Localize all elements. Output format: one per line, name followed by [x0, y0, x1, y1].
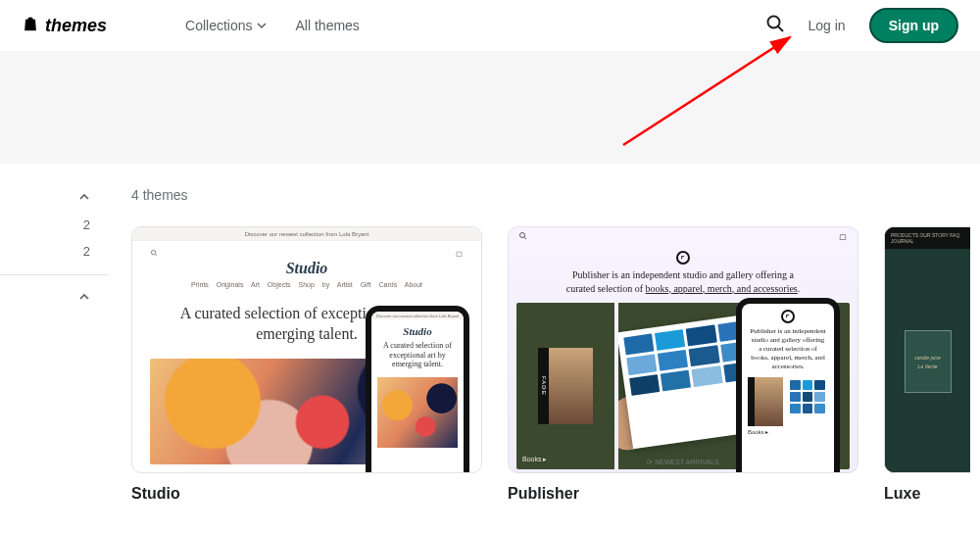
signup-button[interactable]: Sign up: [869, 8, 958, 43]
publisher-phone-hero: Publisher is an independent studio and g…: [742, 323, 834, 375]
luxe-book-image: candle juice La Verde: [905, 330, 952, 393]
nav-collections-label: Collections: [185, 18, 252, 33]
svg-line-3: [155, 254, 157, 256]
theme-preview-studio: Discover our newest collection from Lola…: [131, 226, 482, 473]
nav-all-themes[interactable]: All themes: [296, 18, 360, 33]
filter-row-expand-top[interactable]: [0, 185, 108, 212]
search-icon: [765, 14, 785, 37]
publisher-phone-label: Books ▸: [742, 426, 834, 437]
login-link[interactable]: Log in: [808, 18, 846, 33]
theme-title-luxe: Luxe: [884, 485, 970, 503]
studio-menu: Prints Originals Art Objects Shop by Art…: [150, 281, 464, 288]
studio-phone-overlay: Discover our newest collection from Lola…: [366, 306, 469, 472]
bag-icon: [838, 231, 848, 243]
nav-collections[interactable]: Collections: [185, 18, 266, 33]
studio-phone-announce: Discover our newest collection from Lola…: [371, 312, 464, 319]
publisher-hero-text: Publisher is an independent studio and g…: [509, 265, 858, 299]
filter-row-2[interactable]: 2: [0, 238, 108, 265]
results-main: 4 themes Discover our newest collection …: [108, 164, 980, 503]
publisher-left-panel: FADE Books ▸: [516, 303, 614, 469]
chevron-up-icon: [78, 291, 90, 306]
luxe-nav: PRODUCTS OUR STORY FAQ JOURNAL: [885, 227, 970, 249]
studio-phone-art: [377, 377, 458, 448]
hero-banner: [0, 51, 980, 164]
header-right: Log in Sign up: [765, 8, 958, 43]
theme-card-studio[interactable]: Discover our newest collection from Lola…: [131, 226, 482, 503]
brand-text: themes: [45, 16, 107, 36]
studio-announce-bar: Discover our newest collection from Lola…: [132, 227, 481, 241]
theme-card-luxe[interactable]: PRODUCTS OUR STORY FAQ JOURNAL candle ju…: [884, 226, 970, 503]
theme-preview-publisher: Publisher is an independent studio and g…: [508, 226, 858, 473]
chevron-down-icon: [257, 18, 267, 33]
svg-point-0: [767, 17, 779, 28]
bag-icon: [455, 249, 464, 260]
svg-line-5: [524, 237, 526, 239]
content: 2 2 4 themes Discover our newest collect…: [0, 164, 980, 503]
search-button[interactable]: [765, 16, 785, 35]
filter-row-expand-bottom[interactable]: [0, 285, 108, 312]
filter-count-2: 2: [83, 244, 90, 259]
publisher-logo-icon: [676, 251, 690, 265]
search-icon: [150, 249, 159, 260]
publisher-phone-overlay: Publisher is an independent studio and g…: [736, 298, 840, 472]
theme-grid: Discover our newest collection from Lola…: [131, 226, 980, 503]
filter-count-1: 2: [83, 218, 90, 232]
publisher-phone-mag: [748, 377, 783, 426]
theme-card-publisher[interactable]: Publisher is an independent studio and g…: [508, 226, 858, 503]
luxe-hero: candle juice La Verde: [885, 249, 970, 473]
studio-phone-logo: Studio: [371, 325, 464, 337]
svg-point-4: [520, 233, 525, 238]
magazine-spine: FADE: [538, 348, 549, 424]
publisher-phone-swatch: [787, 377, 828, 426]
svg-line-1: [778, 26, 783, 31]
header: themes Collections All themes Log in Sig…: [0, 0, 980, 51]
results-count: 4 themes: [131, 187, 980, 203]
magazine-image: FADE: [538, 348, 593, 424]
filter-sidebar: 2 2: [0, 164, 108, 503]
svg-point-2: [151, 250, 156, 255]
primary-nav: Collections All themes: [185, 18, 360, 33]
luxe-book-line1: candle juice: [914, 355, 940, 361]
publisher-phone-logo-icon: [781, 310, 795, 323]
theme-preview-luxe: PRODUCTS OUR STORY FAQ JOURNAL candle ju…: [884, 226, 970, 473]
studio-phone-hero: A curated selection of exceptional art b…: [371, 337, 464, 373]
chevron-up-icon: [78, 191, 90, 206]
nav-all-label: All themes: [296, 18, 360, 33]
brand-logo[interactable]: themes: [22, 15, 107, 37]
theme-title-publisher: Publisher: [508, 485, 858, 503]
search-icon: [518, 231, 528, 243]
luxe-book-line2: La Verde: [917, 363, 937, 369]
theme-title-studio: Studio: [131, 485, 482, 503]
studio-logo: Studio: [150, 260, 464, 277]
sidebar-divider: [0, 274, 108, 275]
bag-icon: [22, 15, 39, 37]
filter-row-1[interactable]: 2: [0, 212, 108, 238]
